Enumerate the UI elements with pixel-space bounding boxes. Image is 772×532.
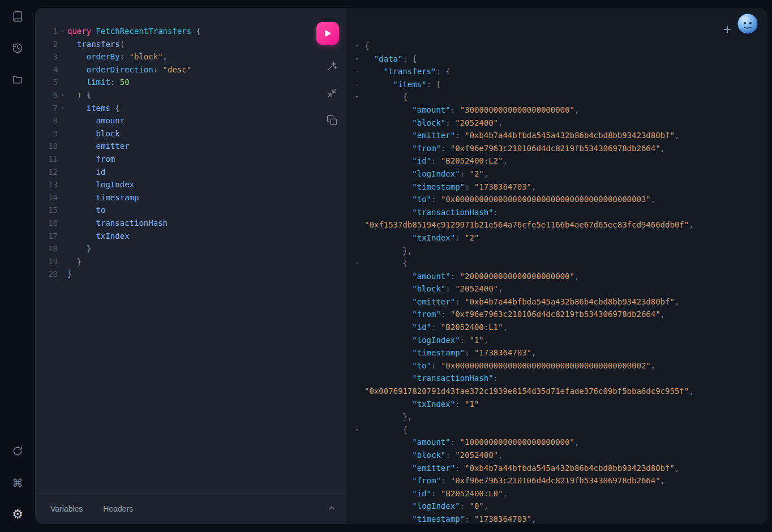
execute-query-button[interactable] (316, 22, 339, 45)
code-text: "timestamp": "1738364703", (364, 346, 536, 359)
editor-line[interactable]: 14 timestamp (35, 191, 346, 204)
editor-line[interactable]: 10 emitter (35, 140, 346, 153)
response-line: "timestamp": "1738364703", (355, 346, 767, 359)
code-token: : (431, 361, 441, 370)
editor-line[interactable]: 17 txIndex (35, 230, 346, 243)
editor-line[interactable]: 9 block (35, 127, 346, 140)
line-number: 19 (35, 255, 58, 268)
code-token: "timestamp" (412, 514, 465, 524)
code-token: , (484, 169, 488, 178)
code-token: } (67, 257, 82, 266)
fold-spacer (58, 127, 67, 140)
editor-line[interactable]: 15 to (35, 204, 346, 217)
graphiql-app: ⌘ ⚙ 1▾query FetchRecentTransfers {2 tran… (0, 0, 772, 532)
editor-line[interactable]: 11 from (35, 153, 346, 166)
code-text: transactionHash (67, 217, 346, 230)
editor-line[interactable]: 19 } (35, 255, 346, 268)
line-number: 1 (35, 25, 58, 38)
editor-line[interactable]: 3 orderBy: "block", (35, 50, 346, 63)
code-token: { (364, 425, 408, 434)
code-text: block (67, 127, 346, 140)
code-token: { (364, 259, 408, 268)
code-token: , (661, 144, 665, 153)
code-text: logIndex (67, 178, 346, 191)
editor-line[interactable]: 18 } (35, 242, 346, 255)
code-token: limit (67, 78, 110, 87)
code-token: "logIndex" (412, 169, 460, 178)
fold-toggle-icon[interactable]: ▾ (355, 257, 364, 270)
code-text: "emitter": "0xb4b7a44bfbda545a432b86b4cb… (364, 462, 679, 475)
fold-spacer (355, 206, 364, 219)
add-tab-button[interactable]: + (723, 23, 731, 36)
editor-line[interactable]: 1▾query FetchRecentTransfers { (35, 25, 346, 38)
fold-spacer (58, 153, 67, 166)
query-editor[interactable]: 1▾query FetchRecentTransfers {2 transfer… (35, 8, 346, 493)
editor-line[interactable]: 16 transactionHash (35, 217, 346, 230)
settings-gear-icon[interactable]: ⚙ (12, 508, 23, 521)
app-logo[interactable] (736, 12, 759, 35)
code-token: from (67, 155, 115, 164)
keyboard-shortcuts-icon[interactable]: ⌘ (12, 478, 23, 488)
fold-toggle-icon[interactable]: ▾ (355, 91, 364, 104)
code-text: "data": { (364, 53, 417, 66)
code-text: orderBy: "block", (67, 50, 346, 63)
code-token: "transactionHash" (412, 208, 493, 217)
fold-toggle-icon[interactable]: ▾ (355, 78, 364, 91)
code-token (364, 336, 412, 345)
editor-line[interactable]: 5 limit: 50 (35, 76, 346, 89)
fold-toggle-icon[interactable]: ▾ (355, 65, 364, 78)
code-text: "from": "0xf96e7963c210106d4dc8219fb5343… (364, 474, 665, 487)
editor-line[interactable]: 13 logIndex (35, 178, 346, 191)
code-token: "txIndex" (412, 233, 455, 242)
fold-toggle-icon[interactable]: ▾ (58, 25, 67, 38)
editor-line[interactable]: 4 orderDirection: "desc" (35, 63, 346, 76)
editor-line[interactable]: 12 id (35, 166, 346, 179)
history-icon[interactable] (12, 42, 23, 54)
editor-line[interactable]: 20} (35, 268, 346, 281)
tab-variables[interactable]: Variables (50, 504, 83, 513)
code-token: "emitter" (412, 131, 455, 140)
collections-icon[interactable] (12, 74, 23, 85)
fold-spacer (58, 63, 67, 76)
editor-line[interactable]: 2 transfers( (35, 38, 346, 51)
response-line: "logIndex": "1", (355, 334, 767, 347)
copy-query-icon[interactable] (324, 113, 339, 127)
tab-headers[interactable]: Headers (103, 504, 133, 513)
editor-line[interactable]: 8 amount (35, 114, 346, 127)
refetch-schema-icon[interactable] (12, 445, 23, 457)
code-token: : (445, 451, 455, 460)
fold-spacer (355, 244, 364, 258)
fold-spacer (355, 346, 364, 359)
code-text: amount (67, 114, 346, 127)
code-token (364, 118, 412, 127)
fold-toggle-icon[interactable]: ▾ (355, 423, 364, 436)
fold-toggle-icon[interactable]: ▾ (58, 102, 67, 115)
code-token: "to" (412, 195, 431, 204)
code-token (364, 54, 374, 63)
fold-spacer (58, 230, 67, 243)
line-number: 8 (35, 114, 58, 127)
code-token: "logIndex" (412, 336, 460, 345)
fold-toggle-icon[interactable]: ▾ (355, 53, 364, 66)
code-token: "2052400" (455, 284, 498, 293)
code-token: "data" (374, 54, 403, 63)
fold-toggle-icon[interactable]: ▾ (58, 89, 67, 102)
collapse-editor-tools-icon[interactable] (327, 504, 336, 514)
fold-toggle-icon[interactable]: ▾ (355, 40, 364, 53)
code-text: "amount": "3000000000000000000000", (364, 104, 579, 117)
code-token: "id" (412, 489, 431, 498)
docs-icon[interactable] (12, 11, 23, 22)
fold-spacer (355, 308, 364, 321)
code-token: : (441, 476, 451, 485)
merge-fragments-icon[interactable] (324, 85, 339, 100)
code-token: "0x0000000000000000000000000000000000000… (441, 361, 651, 370)
code-token: "0xb4b7a44bfbda545a432b86b4cbd8bb93423d8… (465, 297, 675, 306)
editor-line[interactable]: 7▾ items { (35, 102, 346, 115)
code-token: { (191, 27, 201, 36)
editor-line[interactable]: 6▾ ) { (35, 89, 346, 102)
fold-spacer (58, 191, 67, 204)
fold-spacer (58, 166, 67, 179)
code-token (364, 323, 412, 332)
line-number: 3 (35, 50, 58, 63)
prettify-query-icon[interactable] (324, 59, 339, 74)
